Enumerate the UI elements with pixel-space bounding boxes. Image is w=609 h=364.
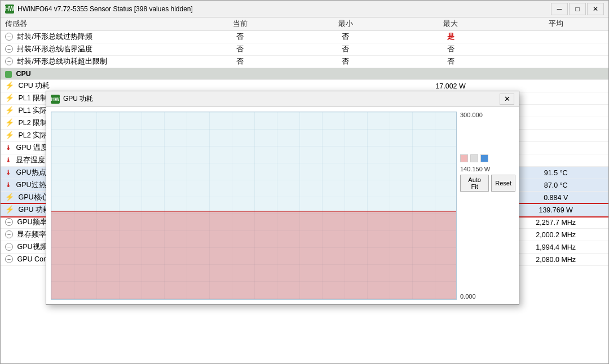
minus-icon: − xyxy=(5,230,13,238)
minus-icon: − xyxy=(5,255,13,263)
gpu-power-popup: HW GPU 功耗 ✕ xyxy=(46,91,519,305)
avg-value xyxy=(503,56,608,68)
chart-legend xyxy=(460,154,515,162)
min-value: 否 xyxy=(293,56,398,68)
avg-value xyxy=(503,31,608,43)
col-header-max: 最大 xyxy=(398,17,504,31)
maximize-button[interactable]: □ xyxy=(569,3,586,15)
col-header-current: 当前 xyxy=(188,17,293,31)
lightning-icon: ⚡ xyxy=(5,118,14,127)
max-value: 是 xyxy=(398,31,504,43)
thermometer-icon: 🌡 xyxy=(5,181,12,189)
col-header-avg: 平均 xyxy=(503,17,608,31)
max-value: 否 xyxy=(398,56,504,68)
window-title: HWiNFO64 v7.72-5355 Sensor Status [398 v… xyxy=(17,5,551,13)
sensor-label: − 封装/环形总线功耗超出限制 xyxy=(1,56,188,68)
svg-rect-4 xyxy=(51,211,456,299)
thermometer-icon: 🌡 xyxy=(5,168,12,176)
chart-grid-svg xyxy=(51,112,456,299)
col-header-min: 最小 xyxy=(293,17,398,31)
current-value: 否 xyxy=(188,43,293,56)
chart-mid-label: 140.150 W xyxy=(460,166,515,172)
chart-top-label: 300.000 xyxy=(460,112,515,118)
minus-icon: − xyxy=(5,218,13,226)
lightning-icon: ⚡ xyxy=(5,94,14,102)
popup-title: GPU 功耗 xyxy=(63,94,500,104)
close-button[interactable]: ✕ xyxy=(587,3,604,15)
legend-box-red xyxy=(460,154,468,162)
min-value: 否 xyxy=(293,43,398,56)
popup-body: 300.000 140.150 W Auto Fit Reset 0.000 xyxy=(46,107,519,304)
thermometer-icon: 🌡 xyxy=(5,156,12,164)
popup-titlebar: HW GPU 功耗 ✕ xyxy=(46,91,519,107)
auto-fit-button[interactable]: Auto Fit xyxy=(460,175,489,192)
sensor-label: − 封装/环形总线临界温度 xyxy=(1,43,188,56)
current-value: 否 xyxy=(188,31,293,43)
main-content: 传感器 当前 最小 最大 平均 − 封装/环形总线过热降频 否 否 是 xyxy=(1,17,608,363)
thermometer-icon: 🌡 xyxy=(5,144,12,152)
max-value: 否 xyxy=(398,43,504,56)
window-controls: ─ □ ✕ xyxy=(551,3,604,15)
col-header-sensor: 传感器 xyxy=(1,17,188,31)
current-value: 否 xyxy=(188,56,293,68)
lightning-icon: ⚡ xyxy=(5,205,14,214)
minus-icon: − xyxy=(5,33,13,41)
table-row: − 封装/环形总线临界温度 否 否 否 xyxy=(1,43,608,56)
title-bar: HW HWiNFO64 v7.72-5355 Sensor Status [39… xyxy=(1,1,608,17)
app-icon: HW xyxy=(5,5,14,14)
legend-box-blue xyxy=(480,154,488,162)
chart-zero-label: 0.000 xyxy=(460,293,515,300)
section-row-cpu: CPU xyxy=(1,68,608,80)
lightning-icon: ⚡ xyxy=(5,193,14,201)
chart-sidebar: 300.000 140.150 W Auto Fit Reset 0.000 xyxy=(457,107,519,304)
minus-icon: − xyxy=(5,45,13,53)
section-label: CPU xyxy=(1,68,608,80)
reset-button[interactable]: Reset xyxy=(491,175,515,192)
sensor-label: − 封装/环形总线过热降频 xyxy=(1,31,188,43)
table-row: − 封装/环形总线功耗超出限制 否 否 否 xyxy=(1,56,608,68)
popup-close-button[interactable]: ✕ xyxy=(500,94,514,105)
chart-buttons: Auto Fit Reset xyxy=(460,175,515,192)
min-value: 否 xyxy=(293,31,398,43)
minimize-button[interactable]: ─ xyxy=(551,3,568,15)
chart-area xyxy=(51,112,457,300)
popup-app-icon: HW xyxy=(51,95,60,104)
minus-icon: − xyxy=(5,57,13,65)
table-row: − 封装/环形总线过热降频 否 否 是 xyxy=(1,31,608,43)
lightning-icon: ⚡ xyxy=(5,131,14,139)
lightning-icon: ⚡ xyxy=(5,106,14,114)
minus-icon: − xyxy=(5,243,13,251)
legend-box-gray xyxy=(470,154,478,162)
lightning-icon: ⚡ xyxy=(5,81,14,90)
main-window: HW HWiNFO64 v7.72-5355 Sensor Status [39… xyxy=(0,0,609,364)
avg-value xyxy=(503,43,608,56)
